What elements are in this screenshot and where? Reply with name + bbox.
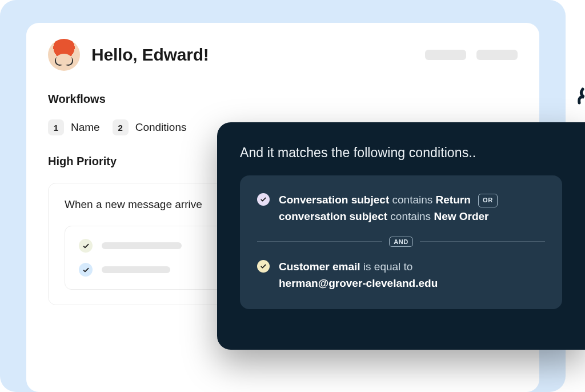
step-label: Name <box>71 121 100 134</box>
condition-group: Conversation subject contains Return OR … <box>257 191 545 225</box>
condition-field: Conversation subject <box>279 194 389 206</box>
text-placeholder <box>102 242 182 249</box>
header: Hello, Edward! <box>48 39 518 71</box>
and-pill: AND <box>389 237 413 247</box>
condition-operator: contains <box>390 210 431 222</box>
conditions-overlay: And it matches the following conditions.… <box>217 122 585 350</box>
condition-operator: contains <box>392 194 433 206</box>
step-number: 2 <box>113 119 129 135</box>
header-actions <box>425 50 518 60</box>
step-conditions[interactable]: 2 Conditions <box>113 119 187 135</box>
step-label: Conditions <box>135 121 187 134</box>
overlay-body: Conversation subject contains Return OR … <box>240 175 562 309</box>
check-icon <box>257 193 270 206</box>
header-button-placeholder[interactable] <box>476 50 518 60</box>
header-button-placeholder[interactable] <box>425 50 466 60</box>
condition-text: Conversation subject contains Return OR … <box>279 191 498 225</box>
check-icon <box>257 260 270 273</box>
condition-text: Customer email is equal to herman@grover… <box>279 258 438 292</box>
condition-value: Return <box>436 194 471 206</box>
condition-value: herman@grover-cleveland.edu <box>279 277 438 289</box>
step-number: 1 <box>48 119 64 135</box>
greeting-text: Hello, Edward! <box>91 45 209 65</box>
or-pill: OR <box>478 194 498 207</box>
condition-value: New Order <box>434 210 488 222</box>
check-icon <box>79 263 93 277</box>
check-icon <box>79 239 93 253</box>
condition-field: Customer email <box>279 261 360 273</box>
text-placeholder <box>102 266 170 273</box>
avatar <box>48 39 80 71</box>
condition-field: conversation subject <box>279 210 387 222</box>
workflows-heading: Workflows <box>48 93 518 106</box>
step-name[interactable]: 1 Name <box>48 119 100 135</box>
and-separator: AND <box>257 235 545 248</box>
condition-group: Customer email is equal to herman@grover… <box>257 258 545 292</box>
overlay-title: And it matches the following conditions.… <box>240 145 562 161</box>
condition-operator: is equal to <box>363 261 413 273</box>
